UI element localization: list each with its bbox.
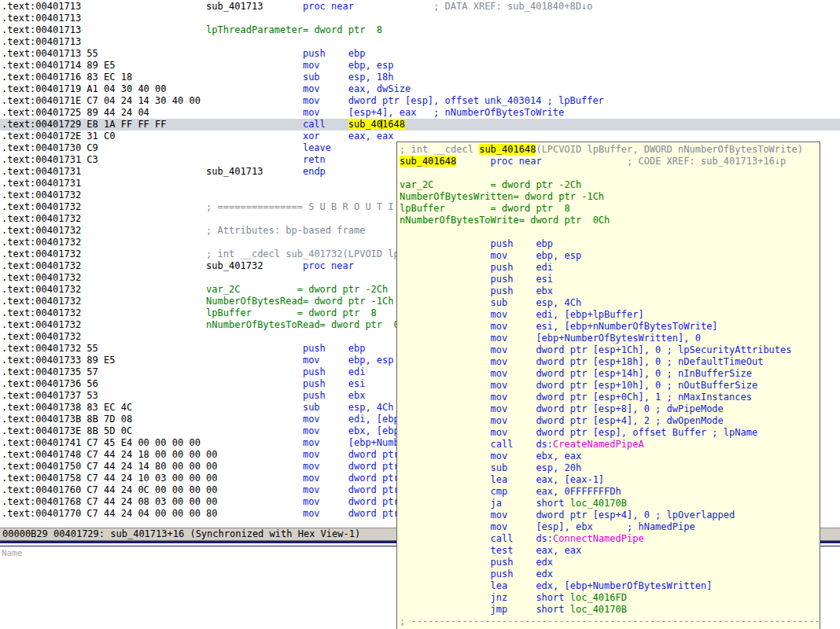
code-text: mov ebp, esp: [491, 250, 582, 261]
spacer: [400, 462, 491, 473]
code-text: push edi: [303, 366, 365, 377]
highlighted-identifier: sub_401648: [479, 144, 536, 155]
code-text: test eax, eax: [491, 545, 582, 556]
code-text: loc_40170B: [570, 498, 627, 509]
listing-line[interactable]: .text:0040172E 31 C0 xor eax, eax: [0, 131, 840, 142]
popup-line: jmp short loc_40170B: [400, 604, 820, 616]
code-text: proc near: [491, 156, 542, 167]
spacer: [81, 260, 206, 271]
code-text: NumberOfBytesWritten= dword ptr -1Ch: [400, 191, 604, 202]
code-text: cmp eax, 0FFFFFFFDh: [491, 486, 621, 497]
code-text: ; Attributes: bp-based frame: [206, 225, 365, 236]
code-text: .text:00401732: [2, 260, 81, 271]
code-text: mov dword ptr [esp+18h], 0 ; nDefaultTim…: [491, 356, 764, 367]
code-text: jnz short: [491, 592, 570, 603]
code-text: .text:00401732 55: [2, 343, 98, 354]
code-text: .text:00401732: [2, 225, 81, 236]
code-text: .text:00401735 57: [2, 366, 98, 377]
code-text: .text:00401732: [2, 189, 81, 200]
popup-line: mov dword ptr [esp], offset Buffer ; lpN…: [400, 427, 820, 439]
spacer: [400, 321, 491, 332]
code-text: .text:00401729 E8 1A FF FF FF: [2, 119, 167, 130]
spacer: [116, 60, 303, 71]
listing-line[interactable]: .text:00401714 89 E5 mov ebp, esp: [0, 60, 840, 72]
spacer: [400, 333, 491, 344]
popup-line: push ebp: [400, 238, 820, 250]
spacer: [400, 427, 491, 438]
spacer: [218, 496, 303, 507]
popup-line: mov dword ptr [esp+10h], 0 ; nOutBufferS…: [400, 380, 820, 392]
code-text: push esi: [491, 274, 553, 285]
spacer: [263, 1, 303, 12]
popup-line: lea edx, [ebp+NumberOfBytesWritten]: [400, 580, 820, 592]
spacer: [98, 366, 303, 377]
spacer: [400, 403, 491, 414]
popup-line: sub_401648 proc near ; CODE XREF: sub_40…: [400, 156, 820, 167]
spacer: [81, 166, 206, 177]
code-text: lea edx, [ebp+NumberOfBytesWritten]: [491, 580, 713, 591]
code-text: .text:00401713: [2, 13, 81, 24]
spacer: [81, 1, 206, 12]
code-text: mov dword ptr [esp+4], 2 ; dwOpenMode: [491, 415, 724, 426]
code-text: push ebp: [303, 48, 365, 59]
listing-line[interactable]: .text:00401713: [0, 13, 840, 24]
code-text: .text:0040173B 8B 7D 08: [2, 414, 132, 425]
code-text: mov ebx, eax: [491, 451, 582, 462]
code-text: .text:00401732: [2, 213, 81, 224]
popup-line: push ebx: [400, 285, 820, 297]
code-text: jmp short: [491, 604, 570, 615]
code-text: .text:00401732: [2, 296, 81, 307]
popup-line: mov dword ptr [esp+14h], 0 ; nInBufferSi…: [400, 368, 820, 380]
popup-line: jnz short loc_4016FD: [400, 592, 820, 604]
spacer: [400, 368, 491, 379]
popup-line: mov esi, [ebp+nNumberOfBytesToWrite]: [400, 321, 820, 333]
spacer: [81, 284, 206, 295]
code-text: .text:00401770 C7 44 24 04 00 00 00 80: [2, 508, 218, 519]
spacer: [81, 307, 206, 318]
code-text: .text:00401738 83 EC 4C: [2, 402, 132, 413]
listing-line[interactable]: .text:00401719 A1 04 30 40 00 mov eax, d…: [0, 83, 840, 95]
spacer: [81, 319, 206, 330]
spacer: [400, 274, 491, 285]
spacer: [400, 309, 491, 320]
code-text: .text:0040172E 31 C0: [2, 131, 116, 142]
code-text: sub esp, 18h: [303, 72, 394, 83]
code-text: .text:00401719 A1 04 30 40 00: [2, 83, 167, 94]
code-text: mov ebp, esp: [303, 60, 394, 71]
popup-line: mov ebx, eax: [400, 451, 820, 462]
popup-line: [400, 226, 820, 238]
spacer: [81, 248, 206, 259]
popup-line: push esi: [400, 274, 820, 285]
code-text: sub_401732: [206, 260, 263, 271]
functions-pane-name-header: Name: [2, 547, 23, 559]
popup-line: push edx: [400, 557, 820, 568]
listing-line[interactable]: .text:00401713 55 push ebp: [0, 48, 840, 60]
popup-line: mov dword ptr [esp+0Ch], 1 ; nMaxInstanc…: [400, 392, 820, 403]
listing-line[interactable]: .text:00401725 89 44 24 04 mov [esp+4], …: [0, 107, 840, 119]
listing-line[interactable]: .text:00401713: [0, 36, 840, 48]
listing-line[interactable]: .text:00401713 sub_401713 proc near ; DA…: [0, 1, 840, 13]
code-text: .text:00401731 C3: [2, 154, 98, 165]
code-text: endp: [303, 166, 326, 177]
spacer: [81, 296, 206, 307]
spacer: [400, 415, 491, 426]
code-text: .text:00401732: [2, 319, 81, 330]
spacer: [116, 355, 303, 366]
spacer: [218, 461, 303, 472]
spacer: [98, 48, 303, 59]
code-text: sub_401713: [206, 166, 263, 177]
code-text: .text:00401731: [2, 178, 81, 189]
listing-line[interactable]: .text:00401716 83 EC 18 sub esp, 18h: [0, 72, 840, 83]
spacer: [81, 24, 206, 35]
spacer: [456, 156, 490, 167]
code-text: .text:00401714 89 E5: [2, 60, 116, 71]
spacer: [400, 380, 491, 391]
listing-line[interactable]: .text:0040171E C7 04 24 14 30 40 00 mov …: [0, 95, 840, 107]
code-text: sub esp, 4Ch: [303, 402, 394, 413]
listing-line-current[interactable]: .text:00401729 E8 1A FF FF FF call sub_4…: [0, 119, 840, 131]
code-text: lpBuffer = dword ptr 8: [206, 307, 377, 318]
spacer: [400, 392, 491, 403]
popup-line: ja short loc_40170B: [400, 498, 820, 509]
code-text: sub esp, 4Ch: [491, 297, 582, 308]
listing-line[interactable]: .text:00401713 lpThreadParameter= dword …: [0, 24, 840, 36]
